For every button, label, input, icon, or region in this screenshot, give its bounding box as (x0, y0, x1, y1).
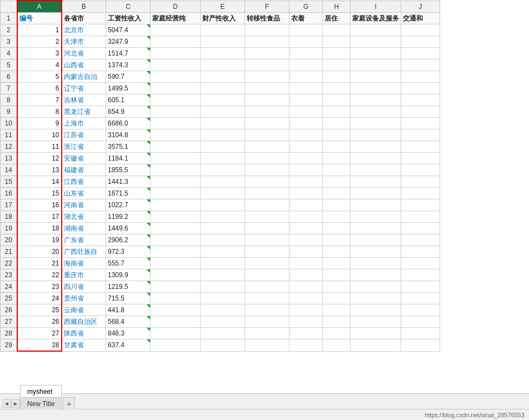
cell-c-20[interactable]: 2906.2 (106, 234, 151, 246)
cell-b-8[interactable]: 吉林省 (62, 94, 106, 106)
cell-g-10[interactable] (290, 118, 323, 129)
cell-j-22[interactable] (401, 258, 440, 269)
cell-g-7[interactable] (290, 83, 323, 94)
cell-a-6[interactable]: 5 (17, 71, 62, 83)
cell-d-10[interactable] (151, 118, 201, 129)
cell-d-12[interactable] (151, 141, 201, 153)
cell-b-20[interactable]: 广东省 (62, 234, 106, 246)
cell-a-3[interactable]: 2 (17, 36, 62, 48)
cell-b-28[interactable]: 陕西省 (62, 328, 106, 339)
cell-f-28[interactable] (245, 328, 290, 339)
cell-i-17[interactable] (351, 199, 401, 211)
cell-c-9[interactable]: 654.9 (106, 106, 151, 118)
cell-h-27[interactable] (323, 316, 351, 328)
cell-h-15[interactable] (323, 176, 351, 188)
cell-f-6[interactable] (245, 71, 290, 83)
cell-a-25[interactable]: 24 (17, 293, 62, 304)
col-header-C[interactable]: C (106, 1, 151, 13)
cell-f-4[interactable] (245, 48, 290, 59)
cell-f-20[interactable] (245, 234, 290, 246)
cell-h-25[interactable] (323, 293, 351, 304)
cell-i-14[interactable] (351, 164, 401, 176)
cell-g-14[interactable] (290, 164, 323, 176)
cell-c-2[interactable]: 5047.4 (106, 24, 151, 36)
cell-i-4[interactable] (351, 48, 401, 59)
cell-j-3[interactable] (401, 36, 440, 48)
tab-mysheet[interactable]: mysheet (20, 385, 62, 397)
cell-j-27[interactable] (401, 316, 440, 328)
cell-a-22[interactable]: 21 (17, 258, 62, 269)
cell-i-27[interactable] (351, 316, 401, 328)
cell-i-10[interactable] (351, 118, 401, 129)
cell-j-19[interactable] (401, 223, 440, 234)
cell-a-12[interactable]: 11 (17, 141, 62, 153)
cell-d-13[interactable] (151, 153, 201, 164)
col-header-D[interactable]: D (151, 1, 201, 13)
cell-c-29[interactable]: 637.4 (106, 339, 151, 352)
cell-f-5[interactable] (245, 59, 290, 71)
cell-i-5[interactable] (351, 59, 401, 71)
cell-c-15[interactable]: 1441.3 (106, 176, 151, 188)
cell-g-28[interactable] (290, 328, 323, 339)
cell-a-29[interactable]: 28 (17, 339, 62, 352)
cell-h-23[interactable] (323, 269, 351, 281)
cell-a-23[interactable]: 22 (17, 269, 62, 281)
cell-g-26[interactable] (290, 304, 323, 316)
cell-h-22[interactable] (323, 258, 351, 269)
cell-e-8[interactable] (201, 94, 245, 106)
cell-e-23[interactable] (201, 269, 245, 281)
cell-i-12[interactable] (351, 141, 401, 153)
cell-b-9[interactable]: 黑龙江省 (62, 106, 106, 118)
cell-a-28[interactable]: 27 (17, 328, 62, 339)
cell-g-24[interactable] (290, 281, 323, 293)
cell-j-20[interactable] (401, 234, 440, 246)
cell-f-14[interactable] (245, 164, 290, 176)
cell-i-21[interactable] (351, 246, 401, 258)
cell-h-5[interactable] (323, 59, 351, 71)
cell-i-19[interactable] (351, 223, 401, 234)
cell-d-7[interactable] (151, 83, 201, 94)
cell-b-7[interactable]: 辽宁省 (62, 83, 106, 94)
cell-h-21[interactable] (323, 246, 351, 258)
cell-e-16[interactable] (201, 188, 245, 199)
cell-e-11[interactable] (201, 129, 245, 141)
col-header-A[interactable]: A (17, 1, 62, 13)
cell-g-9[interactable] (290, 106, 323, 118)
cell-d-3[interactable] (151, 36, 201, 48)
cell-e-28[interactable] (201, 328, 245, 339)
cell-h-26[interactable] (323, 304, 351, 316)
cell-g-16[interactable] (290, 188, 323, 199)
cell-b-27[interactable]: 西藏自治区 (62, 316, 106, 328)
cell-b-23[interactable]: 重庆市 (62, 269, 106, 281)
cell-c-5[interactable]: 1374.3 (106, 59, 151, 71)
cell-c-16[interactable]: 1671.5 (106, 188, 151, 199)
cell-g-4[interactable] (290, 48, 323, 59)
cell-c-27[interactable]: 568.4 (106, 316, 151, 328)
cell-e-22[interactable] (201, 258, 245, 269)
cell-c-8[interactable]: 605.1 (106, 94, 151, 106)
col-header-I[interactable]: I (351, 1, 401, 13)
cell-g-5[interactable] (290, 59, 323, 71)
col-header-G[interactable]: G (290, 1, 323, 13)
cell-c-23[interactable]: 1309.9 (106, 269, 151, 281)
tab-nav-left[interactable]: ◄ (2, 399, 11, 408)
cell-g-27[interactable] (290, 316, 323, 328)
col-header-E[interactable]: E (201, 1, 245, 13)
cell-a-14[interactable]: 13 (17, 164, 62, 176)
cell-c-25[interactable]: 715.5 (106, 293, 151, 304)
cell-g-29[interactable] (290, 339, 323, 352)
cell-f-17[interactable] (245, 199, 290, 211)
cell-h-18[interactable] (323, 211, 351, 223)
cell-i-3[interactable] (351, 36, 401, 48)
cell-g-3[interactable] (290, 36, 323, 48)
cell-j-9[interactable] (401, 106, 440, 118)
cell-d-19[interactable] (151, 223, 201, 234)
cell-c-14[interactable]: 1855.5 (106, 164, 151, 176)
cell-a-17[interactable]: 16 (17, 199, 62, 211)
cell-a-8[interactable]: 7 (17, 94, 62, 106)
cell-h-16[interactable] (323, 188, 351, 199)
cell-a-19[interactable]: 18 (17, 223, 62, 234)
cell-b-12[interactable]: 浙江省 (62, 141, 106, 153)
col-header-H[interactable]: H (323, 1, 351, 13)
cell-d-17[interactable] (151, 199, 201, 211)
